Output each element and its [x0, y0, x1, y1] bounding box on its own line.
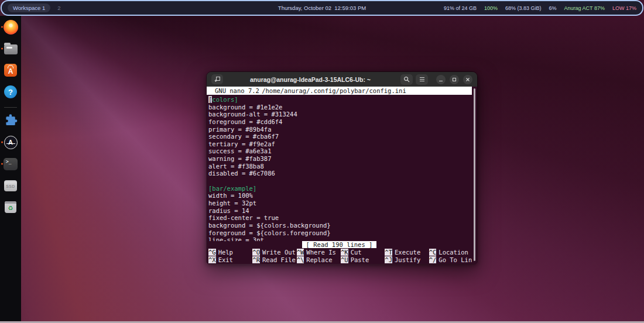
- minimize-button[interactable]: [436, 75, 446, 84]
- workspace-workspace-1[interactable]: Workspace 1: [8, 4, 50, 12]
- help-glyph: ?: [8, 88, 13, 97]
- code-line: [bar/example]: [208, 185, 472, 193]
- dock-item-app-center[interactable]: A: [0, 63, 21, 78]
- search-button[interactable]: [400, 74, 413, 85]
- code-line: background = ${colors.background}: [208, 222, 472, 229]
- nano-shortcut-replace[interactable]: ^\Replace: [297, 256, 340, 264]
- maximize-icon: [452, 77, 457, 82]
- nano-shortcut-go-to-line[interactable]: ^/Go To Line: [429, 256, 472, 264]
- code-line: alert = #f38ba8: [208, 163, 472, 170]
- close-icon: [465, 77, 470, 82]
- nano-shortcut-justify[interactable]: ^JJustify: [385, 256, 427, 264]
- recycle-glyph: ♻: [8, 205, 13, 211]
- status-module: 68% (3.83 GiB): [505, 5, 542, 11]
- text-cursor: [: [208, 96, 212, 103]
- close-button[interactable]: [463, 75, 472, 84]
- hamburger-menu-icon: [419, 77, 425, 82]
- code-line: background = #1e1e2e: [208, 104, 472, 111]
- workspace-2[interactable]: 2: [57, 5, 60, 11]
- nano-shortcut-read-file[interactable]: ^RRead File: [252, 256, 295, 264]
- status-module: 100%: [484, 5, 498, 11]
- running-indicator: [1, 163, 3, 165]
- window-title: anurag@anurag-IdeaPad-3-15ALC6-Ub: ~: [223, 76, 398, 83]
- firefox-icon: [4, 20, 18, 35]
- dock-item-trash[interactable]: ♻: [0, 200, 21, 215]
- terminal-prompt-glyph: >_: [6, 159, 12, 164]
- terminal-icon: >_: [4, 158, 18, 170]
- dock-divider: [4, 107, 17, 108]
- code-line: warning = #fab387: [208, 155, 472, 163]
- code-line: foreground = ${colors.foreground}: [208, 229, 472, 237]
- a-logo-icon: A: [4, 136, 18, 149]
- nano-shortcut-bar: ^GHelp^OWrite Out^WWhere Is^KCut^TExecut…: [207, 248, 472, 264]
- dock-item-a-logo[interactable]: A: [0, 135, 21, 150]
- code-line: radius = 14: [208, 207, 472, 215]
- ssd-drive-icon: SSD: [4, 180, 17, 191]
- app-center-letter: A: [8, 67, 13, 77]
- nano-titlebar: GNU nano 7.2 /home/anurag/.config/polyba…: [207, 87, 472, 95]
- terminal-window: anurag@anurag-IdeaPad-3-15ALC6-Ub: ~: [206, 71, 478, 264]
- files-icon: [4, 44, 18, 54]
- terminal-titlebar[interactable]: anurag@anurag-IdeaPad-3-15ALC6-Ub: ~: [207, 72, 477, 87]
- nano-shortcut-where-is[interactable]: ^WWhere Is: [297, 249, 340, 256]
- polybar: Workspace 12 Thursday, October 02 12:59:…: [1, 0, 643, 16]
- code-line: primary = #89b4fa: [208, 126, 472, 133]
- nano-shortcut-help[interactable]: ^GHelp: [208, 249, 251, 256]
- dock-item-help[interactable]: ?: [0, 84, 21, 99]
- nano-shortcut-cut[interactable]: ^KCut: [341, 249, 383, 256]
- a-logo-letter: A: [8, 139, 13, 146]
- search-icon: [403, 76, 410, 83]
- scrollbar-thumb[interactable]: [474, 88, 475, 261]
- dock-item-files[interactable]: [0, 41, 21, 56]
- code-line: [208, 177, 472, 185]
- code-line: height = 32pt: [208, 200, 472, 207]
- code-line: [colors]: [208, 96, 472, 104]
- dock: A ? A >_ SSD: [0, 16, 21, 321]
- code-line: foreground = #cdd6f4: [208, 118, 472, 126]
- code-line: width = 100%: [208, 192, 472, 200]
- minimize-icon: [439, 77, 443, 82]
- maximize-button[interactable]: [450, 75, 459, 84]
- menu-button[interactable]: [416, 74, 428, 85]
- running-indicator: [1, 26, 3, 28]
- dock-item-ssd-drive[interactable]: SSD: [0, 178, 21, 193]
- code-line: line-size = 3pt: [208, 236, 472, 241]
- nano-shortcut-execute[interactable]: ^TExecute: [385, 249, 427, 256]
- nano-shortcut-paste[interactable]: ^UPaste: [341, 256, 383, 264]
- nano-file-path: /home/anurag/.config/polybar/config.ini: [262, 87, 406, 95]
- status-module: Anurag ACT 87%: [564, 5, 605, 11]
- trash-icon: ♻: [5, 201, 16, 213]
- code-line: background-alt = #313244: [208, 111, 472, 118]
- dock-item-extensions[interactable]: [0, 113, 21, 128]
- editor-area[interactable]: [colors]background = #1e1e2ebackground-a…: [207, 95, 472, 241]
- code-line: tertiary = #f9e2af: [208, 140, 472, 148]
- dock-item-firefox[interactable]: [0, 19, 21, 35]
- code-line: fixed-center = true: [208, 214, 472, 222]
- system-status-modules: 91% of 24 GB100%68% (3.83 GiB)6%Anurag A…: [444, 5, 636, 11]
- running-indicator: [1, 48, 3, 50]
- help-icon: ?: [4, 85, 17, 98]
- nano-shortcut-write-out[interactable]: ^OWrite Out: [252, 249, 295, 256]
- workspace-switcher: Workspace 12: [8, 4, 61, 12]
- running-indicator: [1, 142, 3, 143]
- code-line: disabled = #6c7086: [208, 170, 472, 177]
- code-line: success = #a6e3a1: [208, 147, 472, 155]
- status-module: 91% of 24 GB: [444, 5, 477, 11]
- nano-version: GNU nano 7.2: [215, 87, 259, 94]
- puzzle-icon: [4, 114, 18, 128]
- new-tab-button[interactable]: [211, 74, 223, 84]
- terminal-scrollbar[interactable]: [472, 87, 477, 264]
- status-module: LOW 17%: [612, 5, 636, 11]
- ssd-label: SSD: [6, 184, 15, 188]
- code-line: secondary = #cba6f7: [208, 133, 472, 140]
- desktop: Workspace 12 Thursday, October 02 12:59:…: [0, 0, 644, 323]
- nano-status-message: [ Read 190 lines ]: [302, 241, 377, 248]
- dock-item-terminal[interactable]: >_: [0, 156, 21, 171]
- nano-shortcut-exit[interactable]: ^XExit: [208, 256, 251, 264]
- new-tab-icon: [214, 76, 221, 83]
- clock: Thursday, October 02 12:59:03 PM: [278, 5, 366, 11]
- nano-shortcut-location[interactable]: ^CLocation: [429, 249, 472, 256]
- app-center-icon: A: [4, 64, 17, 77]
- status-module: 6%: [549, 5, 557, 11]
